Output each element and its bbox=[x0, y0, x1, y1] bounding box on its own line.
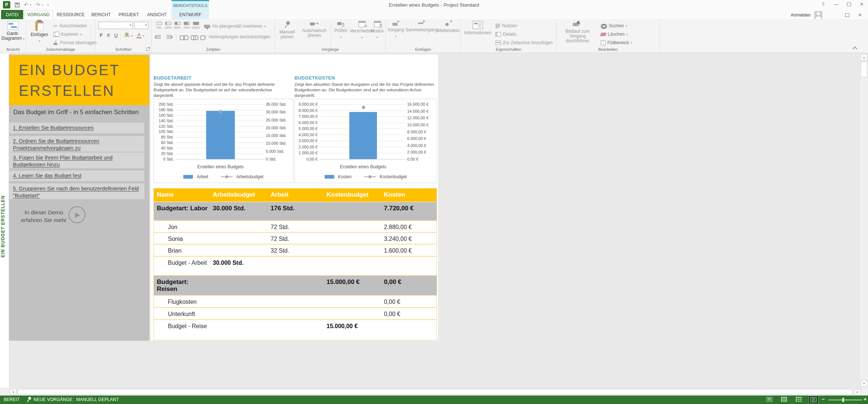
font-name-select[interactable] bbox=[98, 22, 133, 29]
unlink-tasks-button[interactable] bbox=[180, 33, 186, 41]
new-tasks-mode-button[interactable]: NEUE VORGÄNGE : MANUELL GEPLANT bbox=[27, 397, 119, 402]
gantt-diagramm-button[interactable]: Gantt-Diagramm ▾ bbox=[1, 21, 25, 41]
bold-button[interactable]: F bbox=[98, 32, 104, 38]
person-icon[interactable] bbox=[814, 11, 822, 19]
save-icon[interactable] bbox=[15, 3, 20, 7]
play-demo-button[interactable]: ▶ bbox=[68, 206, 85, 223]
progress-75-button[interactable]: 75% bbox=[182, 22, 191, 29]
paste-button[interactable]: Einfügen ▾ bbox=[29, 21, 50, 43]
table-row-budget-reise: Budget - Reise 15.000,00 € bbox=[154, 319, 437, 340]
progress-0-button[interactable]: 0% bbox=[155, 22, 163, 29]
find-button[interactable]: Suchen▾ bbox=[601, 22, 627, 29]
tab-ansicht[interactable]: ANSICHT bbox=[144, 10, 169, 19]
scroll-right-icon[interactable]: ▸ bbox=[854, 389, 861, 395]
move-task-icon bbox=[359, 21, 366, 27]
sidebar-step-2-link[interactable]: 2. Ordnen Sie die Budgetressourcen Proje… bbox=[9, 136, 144, 152]
insert-milestone-button[interactable]: Meilenstein bbox=[437, 21, 460, 33]
minimize-icon[interactable]: — bbox=[834, 1, 839, 8]
task-usage-view-icon bbox=[781, 397, 787, 402]
italic-button[interactable]: K bbox=[106, 32, 112, 38]
tab-bericht[interactable]: BERICHT bbox=[89, 10, 113, 19]
scroll-to-task-button[interactable]: Bildlauf zum Vorgang durchführen bbox=[557, 21, 598, 43]
manually-schedule-button[interactable]: Manuell planen bbox=[276, 21, 298, 39]
scroll-up-icon[interactable]: ▴ bbox=[861, 54, 867, 61]
underline-button[interactable]: U bbox=[113, 32, 119, 38]
task-information-button[interactable]: Informationen bbox=[462, 21, 493, 35]
task-notes-button[interactable]: Notizen bbox=[495, 22, 517, 29]
font-color-dropdown-icon[interactable]: ▾ bbox=[143, 34, 144, 38]
signin-label[interactable]: Anmelden bbox=[791, 13, 811, 18]
link-tasks-button[interactable] bbox=[191, 33, 197, 41]
indent-task-button[interactable] bbox=[166, 33, 172, 41]
restore-icon[interactable] bbox=[847, 3, 851, 6]
ribbon-collapse-icon[interactable] bbox=[853, 46, 857, 51]
gantt-chart-icon bbox=[7, 21, 18, 30]
redo-icon[interactable]: ↷ bbox=[36, 2, 40, 7]
insert-summary-task-button[interactable]: Sammelvorgang bbox=[406, 21, 437, 32]
tab-datei[interactable]: DATEI bbox=[1, 10, 23, 19]
zoom-out-button[interactable]: − bbox=[822, 397, 825, 402]
vertical-scroll-thumb[interactable] bbox=[861, 62, 867, 77]
tab-entwurf[interactable]: ENTWURF bbox=[172, 10, 209, 19]
font-color-icon[interactable]: A bbox=[137, 33, 141, 38]
legend-label-arbeitsbudget: Arbeitsbudget bbox=[236, 174, 264, 179]
group-label-ansicht: Ansicht bbox=[0, 47, 26, 52]
horizontal-scrollbar[interactable]: ◂ ▸ bbox=[0, 388, 868, 396]
report-view-button[interactable] bbox=[808, 396, 819, 404]
tab-projekt[interactable]: PROJEKT bbox=[116, 10, 142, 19]
team-planner-view-icon bbox=[796, 397, 802, 402]
qat-customize-icon[interactable]: ▾ bbox=[47, 3, 49, 7]
help-icon[interactable]: ? bbox=[821, 1, 826, 8]
redo-dropdown-icon[interactable]: ▾ bbox=[41, 3, 43, 7]
sidebar-step-3-link[interactable]: 3. Fügen Sie Ihrem Plan Budgetarbeit und… bbox=[9, 152, 144, 168]
progress-25-button[interactable]: 25% bbox=[164, 22, 173, 29]
horizontal-scroll-thumb[interactable] bbox=[18, 389, 853, 395]
gantt-view-button[interactable] bbox=[766, 397, 772, 402]
task-mode-button[interactable]: Modus ▾ bbox=[370, 21, 385, 40]
undo-icon[interactable]: ↶ bbox=[24, 2, 28, 7]
scroll-left-icon[interactable]: ◂ bbox=[10, 389, 17, 395]
zoom-slider[interactable] bbox=[828, 400, 862, 400]
progress-50-button[interactable]: 50% bbox=[173, 22, 182, 29]
legend-label-kostenbudget: Kostenbudget bbox=[380, 174, 407, 179]
project-app-icon[interactable]: P bbox=[3, 1, 10, 8]
outdent-task-button[interactable] bbox=[155, 33, 161, 41]
sidebar-step-5-link[interactable]: 5. Gruppieren Sie nach dem benutzerdefin… bbox=[9, 183, 144, 199]
format-painter-button[interactable]: Format übertragen bbox=[53, 39, 96, 46]
respect-links-button[interactable]: Verknüpfungen berücksichtigen bbox=[200, 33, 270, 41]
doc-close-icon[interactable]: ✕ bbox=[858, 12, 862, 18]
highlight-color-icon[interactable] bbox=[124, 33, 130, 37]
progress-100-button[interactable]: 100% bbox=[191, 22, 200, 29]
font-size-select[interactable] bbox=[134, 22, 148, 29]
auto-schedule-button[interactable]: Automatisch planen bbox=[299, 21, 330, 38]
close-icon[interactable]: ✕ bbox=[859, 1, 864, 8]
signin[interactable]: Anmelden bbox=[791, 11, 822, 19]
zoom-slider-thumb[interactable] bbox=[842, 398, 844, 402]
insert-task-button[interactable]: Vorgang ▾ bbox=[387, 21, 405, 39]
sidebar-step-4-link[interactable]: 4. Legen Sie das Budget fest bbox=[9, 171, 144, 181]
sidebar-step-1-link[interactable]: 1. Erstellen Sie Budgetressourcen bbox=[9, 123, 144, 133]
task-details-button[interactable]: Details bbox=[495, 31, 516, 38]
team-planner-view-button[interactable] bbox=[796, 397, 802, 402]
undo-dropdown-icon[interactable]: ▾ bbox=[30, 3, 31, 7]
find-binoculars-icon bbox=[601, 24, 607, 28]
fill-button[interactable]: ↓ Füllbereich▾ bbox=[601, 39, 632, 46]
clear-button[interactable]: Löschen▾ bbox=[601, 31, 628, 38]
copy-button[interactable]: Kopieren▾ bbox=[53, 31, 82, 38]
play-icon: ▶ bbox=[75, 211, 80, 218]
demo-text: In dieser Demo erfahren Sie mehr bbox=[14, 208, 74, 224]
add-to-timeline-button[interactable]: Zur Zeitachse hinzufügen bbox=[495, 39, 553, 46]
scroll-down-icon[interactable]: ▾ bbox=[861, 380, 867, 387]
zoom-in-button[interactable]: + bbox=[864, 397, 867, 402]
tab-ressource[interactable]: RESSOURCE bbox=[55, 10, 87, 19]
task-usage-view-button[interactable] bbox=[781, 397, 787, 402]
mark-on-track-button[interactable]: Als plangemäß markieren▾ bbox=[204, 22, 266, 30]
highlight-dropdown-icon[interactable]: ▾ bbox=[131, 34, 133, 38]
doc-restore-icon[interactable] bbox=[845, 13, 849, 17]
sidebar-title: EIN BUDGET ERSTELLEN bbox=[9, 55, 149, 105]
inspect-task-button[interactable]: Prüfen ▾ bbox=[332, 21, 349, 39]
budget-table: Name Arbeitsbudget Arbeit Kostenbudget K… bbox=[154, 188, 437, 340]
vertical-scrollbar[interactable]: ▴ ▾ bbox=[860, 53, 868, 388]
tab-vorgang[interactable]: VORGANG bbox=[24, 10, 53, 19]
cut-button[interactable]: ✂ Ausschneiden bbox=[53, 22, 87, 29]
